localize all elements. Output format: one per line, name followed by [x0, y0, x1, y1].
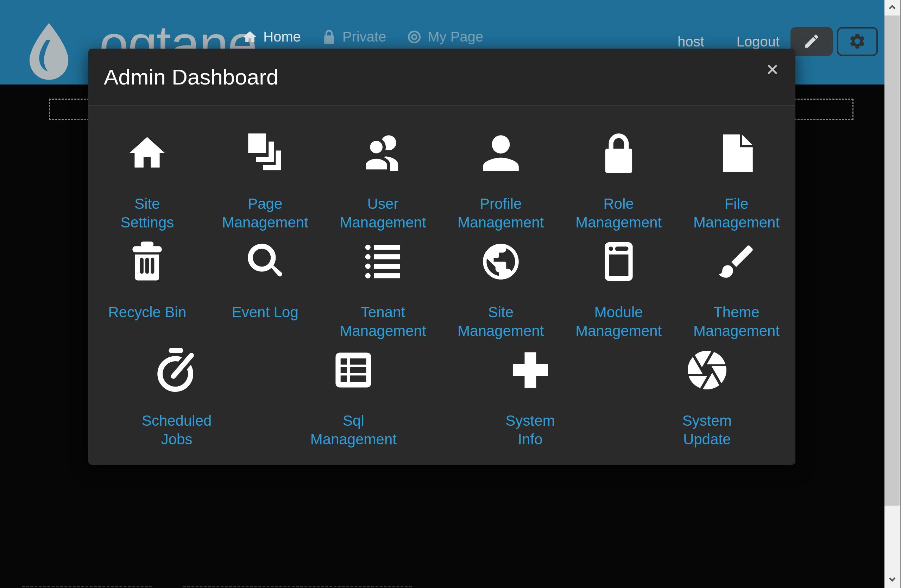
tile-label: ModuleManagement — [575, 303, 662, 340]
tile-theme-management[interactable]: ThemeManagement — [678, 239, 795, 347]
tile-profile-management[interactable]: ProfileManagement — [442, 130, 560, 239]
user-link-host[interactable]: host — [678, 34, 704, 50]
plus-icon — [507, 347, 553, 393]
tile-module-management[interactable]: ModuleManagement — [560, 239, 678, 347]
tile-sql-management[interactable]: SqlManagement — [265, 347, 442, 455]
page: oqtane HomePrivateMy Page host Logout Ad… — [0, 0, 901, 588]
gear-icon — [848, 32, 867, 51]
tile-site-management[interactable]: SiteManagement — [442, 239, 560, 347]
tile-label: RoleManagement — [575, 194, 662, 232]
trash-icon — [126, 239, 168, 284]
edit-mode-button[interactable] — [790, 27, 833, 56]
storage-icon — [330, 347, 377, 393]
tile-role-management[interactable]: RoleManagement — [560, 130, 678, 239]
scroll-up-button[interactable] — [884, 0, 899, 16]
nav-item-home[interactable]: Home — [242, 29, 301, 45]
user-links: host Logout — [678, 34, 779, 50]
tile-event-log[interactable]: Event Log — [206, 239, 324, 347]
tile-label: SiteSettings — [121, 194, 174, 232]
bottom-pane-placeholder — [22, 586, 152, 587]
tile-row: SiteSettingsPageManagementUserManagement… — [88, 130, 795, 239]
droplet-logo-icon — [25, 22, 73, 82]
globe-icon — [479, 239, 522, 284]
tile-site-settings[interactable]: SiteSettings — [88, 130, 206, 239]
nav-item-label: Home — [263, 29, 301, 45]
brush-icon — [715, 239, 758, 284]
modal-header: Admin Dashboard ✕ — [88, 48, 795, 106]
scrollbar-thumb[interactable] — [884, 16, 899, 505]
tile-label: SystemInfo — [506, 411, 555, 449]
tile-label: SiteManagement — [458, 303, 544, 340]
tile-label: SqlManagement — [310, 411, 397, 449]
nav-item-private[interactable]: Private — [321, 29, 387, 45]
tile-file-management[interactable]: FileManagement — [678, 130, 795, 239]
tile-page-management[interactable]: PageManagement — [206, 130, 324, 239]
modal-title: Admin Dashboard — [104, 64, 278, 89]
list-icon — [362, 239, 404, 284]
close-icon[interactable]: ✕ — [763, 61, 781, 78]
tile-label: Event Log — [232, 303, 298, 321]
admin-dashboard-modal: Admin Dashboard ✕ SiteSettingsPageManage… — [88, 48, 795, 465]
search-icon — [243, 239, 287, 284]
home-icon — [126, 130, 168, 176]
people-icon — [362, 130, 404, 176]
tile-label: Recycle Bin — [108, 303, 187, 321]
tile-label: ScheduledJobs — [142, 411, 212, 449]
pencil-icon — [803, 33, 820, 51]
aperture-icon — [684, 347, 730, 393]
tile-label: FileManagement — [693, 194, 779, 232]
home-icon — [242, 29, 258, 45]
tile-recycle-bin[interactable]: Recycle Bin — [88, 239, 206, 347]
file-icon — [715, 130, 758, 176]
nav-item-my-page[interactable]: My Page — [407, 29, 483, 45]
chevron-down-icon — [887, 574, 898, 586]
lock-icon — [597, 130, 640, 176]
tile-system-info[interactable]: SystemInfo — [442, 347, 619, 455]
target-icon — [407, 29, 422, 45]
tile-scheduled-jobs[interactable]: ScheduledJobs — [88, 347, 265, 455]
window-icon — [597, 239, 640, 284]
tile-system-update[interactable]: SystemUpdate — [619, 347, 795, 455]
tile-row: Recycle BinEvent LogTenantManagementSite… — [88, 239, 795, 347]
tile-label: ProfileManagement — [458, 194, 544, 232]
tile-user-management[interactable]: UserManagement — [324, 130, 442, 239]
nav-item-label: My Page — [428, 29, 483, 45]
tile-label: UserManagement — [340, 194, 426, 232]
tile-tenant-management[interactable]: TenantManagement — [324, 239, 442, 347]
chevron-up-icon — [887, 2, 898, 14]
logout-link[interactable]: Logout — [737, 34, 779, 50]
tile-label: ThemeManagement — [693, 303, 779, 340]
tile-label: TenantManagement — [340, 303, 426, 340]
pages-icon — [243, 130, 287, 176]
bottom-pane-placeholder — [183, 586, 412, 587]
tile-label: SystemUpdate — [683, 411, 732, 449]
scroll-down-button[interactable] — [884, 572, 899, 588]
nav-item-label: Private — [343, 29, 387, 45]
person-icon — [479, 130, 522, 176]
lock-icon — [321, 29, 337, 45]
admin-tile-grid: SiteSettingsPageManagementUserManagement… — [88, 106, 795, 465]
main-nav: HomePrivateMy Page — [242, 29, 483, 45]
tile-label: PageManagement — [222, 194, 308, 232]
settings-button[interactable] — [837, 27, 878, 56]
tile-row: ScheduledJobsSqlManagementSystemInfoSyst… — [88, 347, 795, 455]
timer-icon — [153, 347, 200, 393]
vertical-scrollbar[interactable] — [884, 0, 901, 588]
